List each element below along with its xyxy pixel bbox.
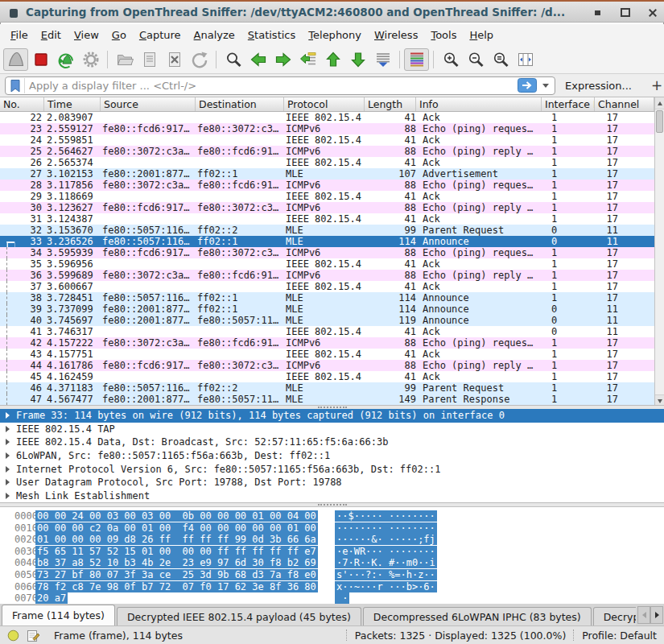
- go-to-packet-button[interactable]: [295, 48, 320, 71]
- find-packet-button[interactable]: [221, 48, 245, 71]
- tab-scroll-left-button[interactable]: [637, 606, 650, 624]
- packet-row-30[interactable]: 303.123627fe80::fcd6:917…fe80::3072:c3…I…: [0, 202, 654, 213]
- hex-bytes[interactable]: 78 f2 c8 7e 98 0f b7 72 07 f0 17 62 3e 8…: [35, 581, 318, 592]
- packet-row-22[interactable]: 222.083907IEEE 802.15.441Ack117: [0, 112, 654, 123]
- hex-row-0070[interactable]: 007020 a7 ·: [0, 592, 664, 604]
- byte-tab-decompressed-6lowpan-iphc[interactable]: Decompressed 6LoWPAN IPHC (83 bytes): [363, 607, 592, 625]
- menu-capture[interactable]: Capture: [133, 26, 188, 44]
- minimize-button[interactable]: [592, 7, 603, 18]
- column-header-length[interactable]: Length: [365, 97, 416, 111]
- hex-row-0050[interactable]: 005073 27 bf 80 07 3f 3a ce 25 3d 9b 68 …: [0, 569, 664, 581]
- scrollbar-up-arrow[interactable]: [655, 97, 664, 109]
- hex-bytes[interactable]: 73 27 bf 80 07 3f 3a ce 25 3d 9b 68 d3 7…: [35, 569, 318, 580]
- file-save-button[interactable]: [137, 48, 162, 71]
- menu-go[interactable]: Go: [105, 26, 133, 44]
- packet-row-32[interactable]: 323.153670fe80::5057:116…ff02::2MLE99Par…: [0, 225, 654, 236]
- column-header-channel[interactable]: Channel: [595, 97, 654, 111]
- menu-analyze[interactable]: Analyze: [188, 26, 241, 44]
- menu-view[interactable]: View: [68, 26, 105, 44]
- packet-row-43[interactable]: 434.157751IEEE 802.15.441Ack117: [0, 349, 654, 360]
- column-header-destination[interactable]: Destination: [196, 97, 284, 111]
- packet-row-44[interactable]: 444.161786fe80::fcd6:917…fe80::3072:c3…I…: [0, 360, 654, 371]
- packet-row-27[interactable]: 273.102153fe80::2001:877…ff02::1MLE107Ad…: [0, 168, 654, 180]
- hex-bytes[interactable]: 01 00 00 00 09 d8 26 ff ff ff ff 99 0d 3…: [35, 534, 318, 545]
- hex-bytes[interactable]: 00 00 00 c2 0a 00 01 00 f4 00 00 00 00 0…: [35, 522, 318, 534]
- packet-row-45[interactable]: 454.162459IEEE 802.15.441Ack117: [0, 371, 654, 382]
- detail-row-ieee-802154-tap[interactable]: IEEE 802.15.4 TAP: [0, 423, 664, 436]
- column-header-source[interactable]: Source: [101, 97, 196, 111]
- hex-ascii[interactable]: x··~···r ···b>·6·: [335, 581, 437, 592]
- hex-bytes[interactable]: b8 37 a8 52 10 b3 4b 2e 23 e9 97 6d 30 f…: [35, 557, 318, 568]
- detail-row-mle[interactable]: Mesh Link Establishment: [0, 489, 664, 502]
- hex-row-0010[interactable]: 001000 00 00 c2 0a 00 01 00 f4 00 00 00 …: [0, 522, 664, 535]
- packet-row-28[interactable]: 283.117856fe80::3072:c3a…fe80::fcd6:91…I…: [0, 180, 654, 191]
- auto-scroll-button[interactable]: [370, 48, 395, 71]
- packet-row-38[interactable]: 383.728451fe80::5057:116…ff02::1MLE114An…: [0, 292, 654, 303]
- display-filter-input[interactable]: [27, 79, 515, 93]
- hex-bytes[interactable]: 00 00 24 00 03 00 03 00 0b 00 00 00 01 0…: [35, 510, 318, 522]
- packet-row-37[interactable]: 373.600667IEEE 802.15.441Ack117: [0, 281, 654, 292]
- packet-row-34[interactable]: 343.595939fe80::fcd6:917…fe80::3072:c3…I…: [0, 247, 654, 258]
- menu-help[interactable]: Help: [463, 26, 500, 44]
- hex-bytes[interactable]: f5 65 11 57 52 15 01 00 00 00 ff ff ff f…: [35, 546, 318, 557]
- expression-button[interactable]: Expression...: [565, 80, 632, 92]
- zoom-in-button[interactable]: [438, 48, 463, 71]
- go-forward-button[interactable]: [270, 48, 295, 71]
- hex-row-0040[interactable]: 0040b8 37 a8 52 10 b3 4b 2e 23 e9 97 6d …: [0, 557, 664, 569]
- filter-dropdown-caret-icon[interactable]: [542, 84, 549, 88]
- menu-statistics[interactable]: Statistics: [241, 26, 302, 44]
- packet-row-46[interactable]: 464.371183fe80::5057:116…ff02::2MLE99Par…: [0, 382, 654, 394]
- expand-arrow-icon[interactable]: [6, 452, 10, 459]
- menu-file[interactable]: File: [4, 26, 35, 44]
- packet-row-29[interactable]: 293.118669IEEE 802.15.441Ack117: [0, 191, 654, 202]
- packet-row-39[interactable]: 393.737099fe80::2001:877…ff02::1MLE114An…: [0, 303, 654, 315]
- zoom-reset-button[interactable]: [488, 48, 513, 71]
- detail-row-ipv6[interactable]: Internet Protocol Version 6, Src: fe80::…: [0, 462, 664, 476]
- file-open-button[interactable]: [112, 48, 137, 71]
- hex-row-0030[interactable]: 0030f5 65 11 57 52 15 01 00 00 00 ff ff …: [0, 546, 664, 558]
- packet-row-33[interactable]: 333.236526fe80::5057:116…ff02::1MLE114An…: [0, 236, 654, 247]
- packet-row-31[interactable]: 313.124387IEEE 802.15.441Ack117: [0, 213, 654, 225]
- scrollbar-thumb[interactable]: [656, 110, 663, 133]
- expand-arrow-icon[interactable]: [6, 493, 10, 499]
- byte-tab-decrypted-802154-payload[interactable]: Decrypted IEEE 802.15.4 payload (45 byte…: [117, 607, 361, 625]
- packet-list-scrollbar[interactable]: [654, 97, 664, 407]
- hex-row-0020[interactable]: 002001 00 00 00 09 d8 26 ff ff ff ff 99 …: [0, 534, 664, 546]
- menu-tools[interactable]: Tools: [424, 26, 463, 44]
- filter-apply-button[interactable]: [518, 78, 537, 93]
- filter-add-button[interactable]: +: [646, 77, 664, 93]
- packet-row-47[interactable]: 474.567477fe80::2001:877…fe80::5057:11…M…: [0, 394, 654, 405]
- capture-comment-icon[interactable]: [27, 629, 40, 642]
- file-close-button[interactable]: [162, 48, 187, 71]
- menu-edit[interactable]: Edit: [35, 26, 68, 44]
- packet-row-35[interactable]: 353.596956IEEE 802.15.441Ack117: [0, 258, 654, 270]
- packet-row-24[interactable]: 242.559851IEEE 802.15.441Ack117: [0, 134, 654, 146]
- column-header-no[interactable]: No.: [0, 97, 44, 111]
- capture-restart-button[interactable]: [53, 48, 78, 71]
- hex-ascii[interactable]: ········ ········: [335, 522, 437, 534]
- column-header-interface-id[interactable]: Interface ID: [542, 97, 595, 111]
- detail-row-6lowpan[interactable]: 6LoWPAN, Src: fe80::5057:1165:f56a:663b,…: [0, 449, 664, 463]
- display-filter-field[interactable]: [5, 76, 555, 95]
- expand-arrow-icon[interactable]: [6, 439, 10, 445]
- packet-row-23[interactable]: 232.559127fe80::fcd6:917…fe80::3072:c3…I…: [0, 123, 654, 134]
- hex-ascii[interactable]: ·7·R··K. #··m0··i: [335, 557, 437, 568]
- go-last-button[interactable]: [345, 48, 370, 71]
- packet-row-41[interactable]: 413.746317IEEE 802.15.441Ack011: [0, 326, 654, 337]
- hex-row-0000[interactable]: 000000 00 24 00 03 00 03 00 0b 00 00 00 …: [0, 510, 664, 522]
- hex-ascii[interactable]: ·: [335, 592, 349, 604]
- expand-arrow-icon[interactable]: [6, 466, 10, 473]
- byte-tab-frame[interactable]: Frame (114 bytes): [2, 605, 115, 625]
- column-header-info[interactable]: Info: [416, 97, 542, 111]
- hex-row-0060[interactable]: 006078 f2 c8 7e 98 0f b7 72 07 f0 17 62 …: [0, 581, 664, 593]
- capture-start-button[interactable]: [3, 48, 28, 71]
- menu-telephony[interactable]: Telephony: [302, 26, 368, 44]
- detail-row-frame[interactable]: Frame 33: 114 bytes on wire (912 bits), …: [0, 409, 664, 423]
- menu-wireless[interactable]: Wireless: [368, 26, 424, 44]
- file-reload-button[interactable]: [187, 48, 212, 71]
- capture-options-button[interactable]: [78, 48, 103, 71]
- packet-row-42[interactable]: 424.157222fe80::3072:c3a…fe80::fcd6:91…I…: [0, 337, 654, 349]
- hex-ascii[interactable]: ··$····· ········: [335, 510, 437, 522]
- close-button[interactable]: [647, 7, 658, 18]
- expert-info-icon[interactable]: [7, 630, 19, 642]
